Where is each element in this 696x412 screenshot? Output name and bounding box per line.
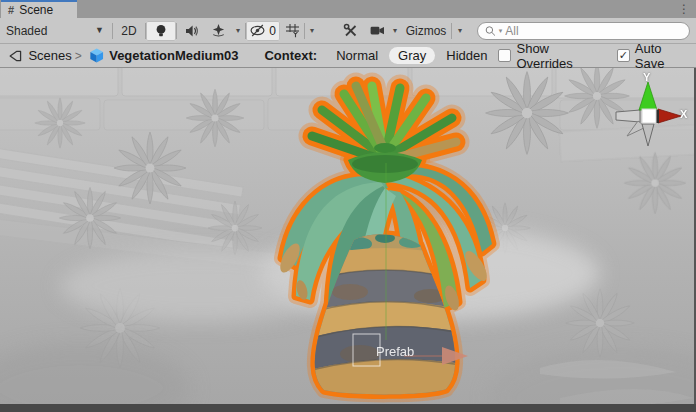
tab-scene[interactable]: # Scene — [1, 0, 77, 18]
breadcrumb-separator: > — [75, 49, 82, 63]
prefab-breadcrumb-bar: Scenes > VegetationMedium03 Context: Nor… — [0, 44, 696, 68]
effects-star-icon — [211, 23, 226, 38]
auto-save-label: Auto Save — [635, 41, 687, 71]
grid-settings-dropdown[interactable]: ▾ — [305, 21, 319, 41]
eye-slash-icon — [250, 24, 267, 37]
draw-mode-dropdown[interactable]: Shaded ▼ — [0, 21, 112, 41]
chevron-down-icon: ▼ — [95, 26, 104, 35]
draw-mode-label: Shaded — [6, 24, 47, 38]
panel-menu-icon[interactable]: ⋮ — [678, 1, 690, 17]
axis-y-label: Y — [643, 71, 650, 83]
gizmos-dropdown[interactable]: ▾ — [452, 21, 468, 41]
tab-scene-label: Scene — [19, 3, 53, 17]
gizmos-label: Gizmos — [406, 24, 447, 38]
scene-search-field[interactable]: ▾ — [477, 22, 690, 40]
hidden-count: 0 — [269, 24, 276, 38]
camera-icon — [370, 24, 385, 37]
chevron-down-icon: ▾ — [236, 27, 240, 35]
scene-camera-dropdown[interactable]: ▾ — [389, 21, 401, 41]
lightbulb-icon — [154, 24, 168, 38]
speaker-icon — [184, 24, 199, 38]
context-label: Context: — [264, 48, 317, 63]
show-overrides-checkbox[interactable] — [498, 49, 511, 62]
search-filter-arrow-icon: ▾ — [499, 27, 503, 34]
axis-neg-x-cone[interactable] — [616, 110, 640, 122]
window-edge — [0, 404, 696, 412]
toggle-2d-button[interactable]: 2D — [113, 21, 145, 41]
prefab-badge: Prefab — [376, 344, 414, 359]
breadcrumb-current[interactable]: VegetationMedium03 — [109, 48, 238, 63]
context-toggles: Show Overrides ✓ Auto Save — [498, 41, 689, 71]
grid-visibility-button[interactable] — [280, 21, 304, 41]
show-overrides-label: Show Overrides — [516, 41, 596, 71]
axis-x-label: X — [680, 108, 687, 120]
chevron-down-icon: ▾ — [458, 27, 462, 35]
search-icon — [485, 25, 496, 37]
scene-grid-icon: # — [8, 5, 14, 16]
gizmo-center-cube[interactable] — [642, 109, 656, 123]
scene-camera-button[interactable] — [365, 21, 389, 41]
scene-viewport[interactable]: Prefab Y X — [0, 68, 696, 404]
gizmos-button[interactable]: Gizmos — [401, 21, 451, 41]
chevron-down-icon: ▾ — [310, 27, 314, 35]
prefab-cube-icon — [89, 47, 104, 64]
tab-bar: # Scene ⋮ — [0, 0, 696, 18]
search-input[interactable] — [505, 24, 682, 38]
check-icon: ✓ — [619, 50, 628, 61]
context-option-hidden[interactable]: Hidden — [437, 47, 496, 64]
context-option-normal[interactable]: Normal — [327, 47, 387, 64]
breadcrumb-root[interactable]: Scenes — [28, 48, 71, 63]
scene-effects-button[interactable] — [205, 21, 231, 41]
context-option-gray[interactable]: Gray — [389, 47, 435, 64]
component-tools-button[interactable] — [335, 21, 365, 41]
scene-effects-dropdown[interactable]: ▾ — [231, 21, 245, 41]
scene-lighting-button[interactable] — [146, 21, 176, 41]
grid-icon — [285, 23, 300, 38]
hidden-objects-button[interactable]: 0 — [246, 21, 280, 41]
scene-audio-button[interactable] — [177, 21, 205, 41]
tools-icon — [343, 23, 358, 38]
back-arrow-icon[interactable] — [7, 48, 22, 64]
unity-scene-panel: # Scene ⋮ Shaded ▼ 2D — [0, 0, 696, 412]
toggle-2d-label: 2D — [121, 24, 136, 38]
auto-save-checkbox[interactable]: ✓ — [617, 49, 630, 62]
scene-render — [0, 68, 694, 404]
chevron-down-icon: ▾ — [393, 27, 397, 35]
